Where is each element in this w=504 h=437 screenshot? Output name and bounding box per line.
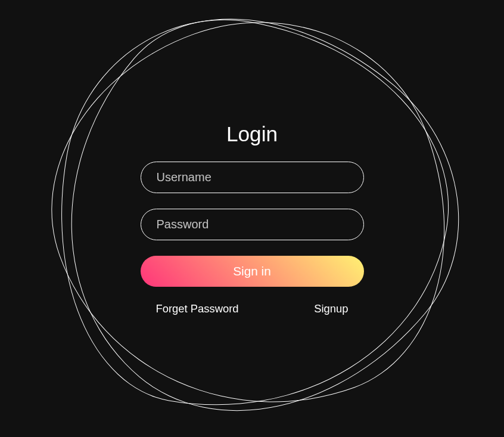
username-field-wrapper	[141, 162, 364, 193]
login-title: Login	[226, 122, 278, 146]
forgot-password-link[interactable]: Forget Password	[156, 302, 239, 315]
password-input[interactable]	[141, 209, 364, 240]
username-input[interactable]	[141, 162, 364, 193]
sign-in-button[interactable]	[141, 256, 364, 287]
login-links: Forget Password Signup	[141, 302, 364, 315]
login-form: Login Forget Password Signup	[141, 122, 364, 315]
password-field-wrapper	[141, 209, 364, 240]
submit-wrapper	[141, 256, 364, 287]
login-ring-container: Login Forget Password Signup	[58, 25, 446, 413]
signup-link[interactable]: Signup	[314, 302, 348, 315]
